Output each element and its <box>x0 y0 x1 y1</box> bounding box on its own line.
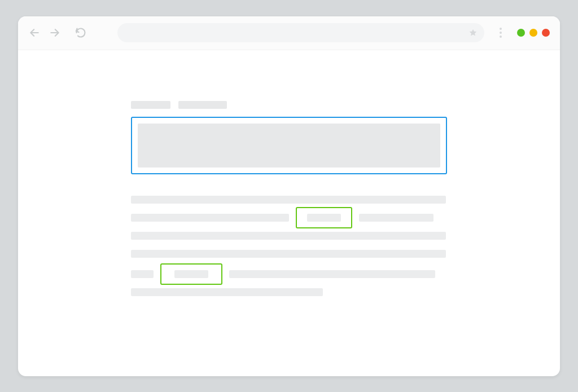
nav-button-group <box>28 27 87 39</box>
window-traffic-lights <box>517 29 550 37</box>
forward-button[interactable] <box>49 27 61 39</box>
dot-icon <box>500 32 502 34</box>
traffic-light-yellow[interactable] <box>529 29 537 37</box>
arrow-right-icon <box>49 27 60 38</box>
text-line-placeholder <box>307 214 341 222</box>
tab-placeholder[interactable] <box>178 101 227 109</box>
text-line-placeholder <box>229 270 435 278</box>
browser-window-mockup <box>18 16 560 376</box>
browser-menu-button[interactable] <box>496 28 506 38</box>
tab-placeholder[interactable] <box>131 101 170 109</box>
text-line-placeholder <box>359 214 434 222</box>
traffic-light-green[interactable] <box>517 29 525 37</box>
arrow-left-icon <box>29 27 40 38</box>
page-tabs <box>131 101 447 109</box>
inline-highlight <box>296 207 352 228</box>
text-line-placeholder <box>174 270 208 278</box>
text-line-placeholder <box>131 250 446 258</box>
browser-toolbar <box>18 16 560 50</box>
hero-block-placeholder <box>138 124 440 168</box>
bookmark-star-icon[interactable] <box>468 28 478 37</box>
dot-icon <box>500 36 502 38</box>
text-line-placeholder <box>131 196 446 204</box>
reload-button[interactable] <box>75 27 87 39</box>
text-line-placeholder <box>131 288 323 296</box>
reload-icon <box>75 27 86 38</box>
inline-highlight <box>160 263 222 285</box>
text-line-placeholder <box>131 270 154 278</box>
dot-icon <box>500 28 502 30</box>
hero-highlight <box>131 117 447 174</box>
page-content-wireframe <box>18 50 560 376</box>
text-line-placeholder <box>131 232 446 240</box>
paragraph-1 <box>131 196 447 258</box>
traffic-light-red[interactable] <box>542 29 550 37</box>
back-button[interactable] <box>28 27 41 39</box>
paragraph-2 <box>131 270 447 296</box>
text-line-placeholder <box>131 214 289 222</box>
address-bar[interactable] <box>117 23 484 42</box>
